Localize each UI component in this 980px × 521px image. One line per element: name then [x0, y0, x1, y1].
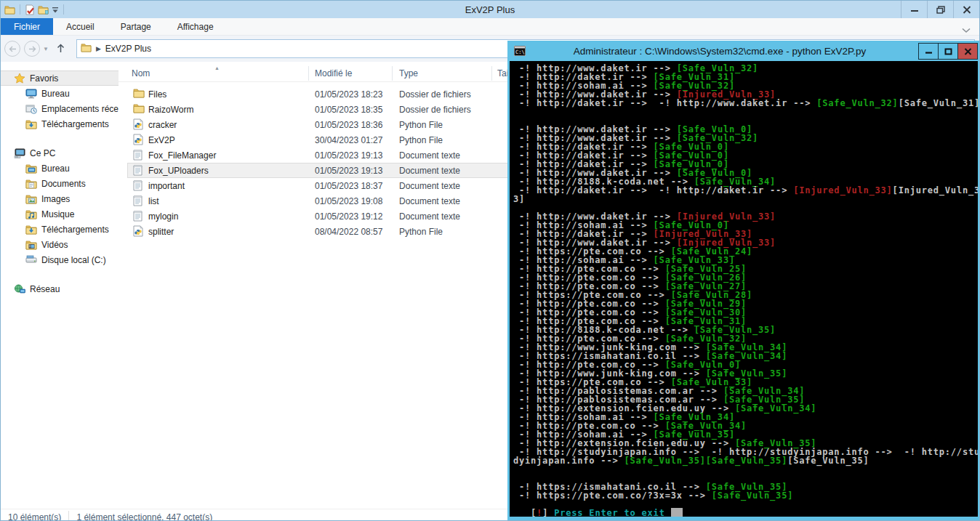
sidebar-item-favoris[interactable]: Favoris: [1, 70, 119, 86]
console-line: 3]: [513, 195, 978, 203]
cmd-window: C:\. Administrateur : C:\Windows\System3…: [507, 41, 980, 521]
forward-button[interactable]: [24, 41, 40, 57]
console-line: dyinjapan.info --> [Safe_Vuln_35][Safe_V…: [513, 456, 978, 465]
console-line: [513, 465, 978, 474]
cmd-close-button[interactable]: [957, 43, 978, 60]
file-modified-date: 01/05/2023 18:37: [315, 181, 382, 191]
console-text-segment: [Safe_Vuln_31]: [899, 98, 978, 108]
console-text-segment: [Safe_Vuln_32]: [816, 98, 898, 108]
sidebar-item-vid-os[interactable]: Vidéos: [1, 237, 119, 252]
sidebar-item-ce-pc[interactable]: Ce PC: [1, 145, 119, 161]
explorer-caption-buttons: [901, 1, 979, 18]
tab-affichage[interactable]: Affichage: [164, 18, 227, 35]
breadcrumb-arrow-icon[interactable]: ▶: [96, 45, 101, 52]
qat-separator: [63, 4, 64, 15]
console-line: -! http://daket.ir --> -! http://daket.i…: [513, 186, 978, 195]
file-name: list: [148, 196, 159, 206]
file-name: cracker: [148, 120, 177, 130]
file-type: Document texte: [399, 211, 460, 222]
explorer-window: ExV2P Plus FichierAccueilPartageAffichag…: [0, 0, 980, 521]
close-button[interactable]: [953, 1, 979, 18]
file-type: Document texte: [399, 166, 460, 176]
sidebar-item-r-seau[interactable]: Réseau: [1, 281, 119, 296]
navigation-pane: FavorisBureauEmplacements récentsTélécha…: [1, 62, 119, 509]
tab-partage[interactable]: Partage: [108, 18, 164, 35]
new-folder-icon[interactable]: [38, 5, 49, 15]
file-modified-date: 01/05/2023 19:08: [315, 196, 382, 206]
cmd-icon: C:\.: [514, 46, 526, 56]
file-type: Document texte: [399, 181, 460, 191]
file-name: Fox_FileManager: [148, 150, 216, 161]
sidebar-item-label: Bureau: [41, 89, 70, 99]
console-output[interactable]: -! http://www.daket.ir --> [Safe_Vuln_32…: [510, 61, 978, 517]
file-name: mylogin: [148, 211, 178, 222]
recent-icon: [25, 104, 37, 114]
textdoc-icon: [133, 149, 142, 163]
svg-text:C:\.: C:\.: [515, 49, 526, 55]
file-modified-date: 08/04/2022 08:57: [315, 227, 382, 237]
star-icon: [14, 73, 25, 84]
breadcrumb[interactable]: ExV2P Plus: [105, 44, 151, 54]
sidebar-item-t-l-chargements[interactable]: Téléchargements: [1, 222, 119, 237]
console-text-segment: [: [513, 508, 537, 517]
tab-fichier[interactable]: Fichier: [1, 18, 53, 35]
textdoc-icon: [133, 179, 142, 194]
console-text-segment: [Safe_Vuln_34]: [735, 403, 816, 413]
up-button[interactable]: [52, 43, 71, 55]
sidebar-group-gap: [1, 267, 119, 281]
console-text-segment: !: [537, 508, 542, 517]
properties-check-icon[interactable]: [25, 4, 35, 15]
tab-accueil[interactable]: Accueil: [53, 18, 108, 35]
file-type: Python File: [399, 120, 443, 130]
console-text-segment: [Injured_Vuln_33]: [793, 185, 892, 195]
column-header-type[interactable]: Type: [399, 65, 418, 82]
file-modified-date: 01/05/2023 19:13: [315, 166, 382, 176]
back-button[interactable]: [4, 41, 20, 57]
column-header-nom[interactable]: Nom: [132, 65, 150, 82]
file-modified-date: 01/05/2023 18:35: [315, 105, 382, 115]
documents-icon: [25, 179, 37, 189]
cmd-maximize-button[interactable]: [938, 43, 958, 60]
sidebar-item-bureau[interactable]: Bureau: [1, 161, 119, 176]
sidebar-item-images[interactable]: Images: [1, 191, 119, 206]
python-icon: [133, 134, 143, 148]
sidebar-item-label: Favoris: [30, 73, 58, 84]
restore-button[interactable]: [927, 1, 953, 18]
cmd-title: Administrateur : C:\Windows\System32\cmd…: [531, 46, 908, 57]
sidebar-item-t-l-chargements[interactable]: Téléchargements: [1, 116, 119, 132]
item-count: 10 élément(s): [8, 512, 61, 521]
ribbon-expand-icon[interactable]: [962, 23, 971, 36]
python-icon: [133, 225, 143, 240]
console-line: -! http://daket.ir --> -! http://www.dak…: [513, 99, 978, 108]
python-icon: [133, 118, 143, 133]
sidebar-item-disque-local-c-[interactable]: Disque local (C:): [1, 252, 119, 267]
sidebar-item-label: Musique: [41, 209, 74, 219]
console-text-segment: Press Enter to exit: [554, 508, 671, 517]
history-dropdown-icon[interactable]: ▼: [43, 46, 49, 52]
file-modified-date: 30/04/2023 01:27: [315, 135, 382, 145]
sidebar-item-bureau[interactable]: Bureau: [1, 86, 119, 101]
file-name: splitter: [148, 227, 174, 237]
explorer-folder-icon: [4, 5, 15, 15]
file-name: Fox_UPloaders: [148, 166, 209, 176]
console-line: [!] Press Enter to exit: [513, 509, 978, 517]
sidebar-group-gap: [1, 132, 119, 145]
pictures-icon: [25, 194, 37, 204]
cmd-titlebar[interactable]: C:\. Administrateur : C:\Windows\System3…: [510, 41, 978, 61]
location-folder-icon: [81, 42, 92, 55]
sidebar-item-musique[interactable]: Musique: [1, 206, 119, 222]
console-text-segment: dyinjapan.info -->: [513, 456, 624, 466]
sidebar-item-documents[interactable]: Documents: [1, 176, 119, 191]
console-text-segment: -! http://daket.ir --> -! http://daket.i…: [513, 185, 793, 195]
sidebar-item-label: Téléchargements: [41, 225, 109, 235]
column-header-modifi-le[interactable]: Modifié le: [315, 65, 352, 82]
console-line: [513, 108, 978, 116]
file-name: Files: [148, 89, 166, 100]
disk-icon: [25, 255, 37, 264]
minimize-button[interactable]: [901, 1, 927, 18]
ribbon-tabs: FichierAccueilPartageAffichage: [1, 18, 979, 36]
cmd-minimize-button[interactable]: [918, 43, 939, 60]
music-icon: [25, 209, 37, 219]
sidebar-item-emplacements-r-cents[interactable]: Emplacements récents: [1, 101, 119, 116]
qat-customize-icon[interactable]: [52, 7, 59, 13]
